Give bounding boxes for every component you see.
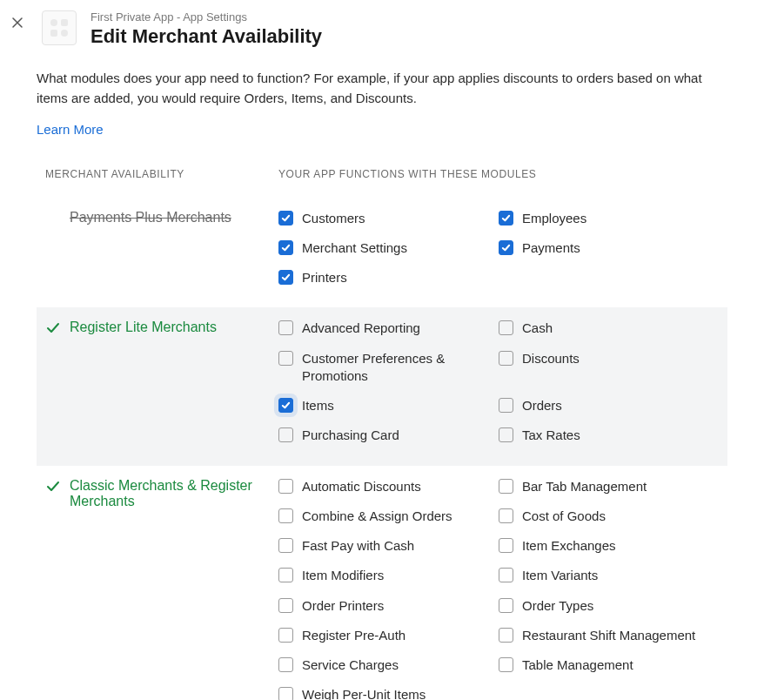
module-checkbox[interactable]	[499, 320, 513, 335]
module-item: Items	[278, 397, 499, 414]
module-label: Customers	[302, 210, 499, 227]
tier-row: Register Lite MerchantsAdvanced Reportin…	[37, 307, 727, 465]
module-label: Merchant Settings	[302, 239, 499, 257]
module-item: Service Charges	[278, 656, 499, 674]
module-label: Orders	[522, 397, 719, 414]
module-item: Purchasing Card	[278, 427, 499, 444]
module-label: Items	[302, 397, 499, 414]
module-label: Automatic Discounts	[302, 478, 499, 495]
module-checkbox[interactable]	[499, 240, 513, 255]
column-header-modules: YOUR APP FUNCTIONS WITH THESE MODULES	[278, 168, 719, 180]
module-item: Bar Tab Management	[499, 478, 719, 495]
module-checkbox[interactable]	[499, 657, 513, 672]
module-item: Printers	[278, 269, 499, 286]
module-item: Merchant Settings	[278, 239, 499, 257]
module-label: Payments	[522, 239, 719, 257]
svg-rect-1	[61, 19, 68, 26]
module-label: Item Variants	[522, 567, 719, 584]
module-label: Printers	[302, 269, 499, 286]
intro-text: What modules does your app need to funct…	[37, 69, 727, 108]
module-item: Payments	[499, 239, 719, 257]
check-icon	[45, 480, 61, 494]
module-item: Combine & Assign Orders	[278, 508, 499, 525]
module-label: Tax Rates	[522, 427, 719, 444]
module-checkbox[interactable]	[499, 598, 513, 613]
module-label: Item Modifiers	[302, 567, 499, 584]
module-checkbox[interactable]	[499, 427, 513, 442]
module-label: Weigh Per-Unit Items	[302, 686, 499, 700]
app-icon	[42, 10, 77, 45]
module-item: Customers	[278, 210, 499, 227]
module-item: Tax Rates	[499, 427, 719, 444]
learn-more-link[interactable]: Learn More	[37, 120, 727, 140]
module-item: Register Pre-Auth	[278, 627, 499, 644]
module-checkbox[interactable]	[278, 538, 293, 553]
module-label: Purchasing Card	[302, 427, 499, 444]
module-checkbox[interactable]	[499, 508, 513, 523]
module-item: Orders	[499, 397, 719, 414]
module-checkbox[interactable]	[499, 479, 513, 494]
merchant-name: Register Lite Merchants	[70, 320, 217, 335]
module-item: Cost of Goods	[499, 508, 719, 525]
module-label: Customer Preferences & Promotions	[302, 350, 499, 386]
module-item: Discounts	[499, 350, 719, 386]
module-checkbox[interactable]	[499, 538, 513, 553]
module-checkbox[interactable]	[499, 568, 513, 582]
svg-rect-2	[50, 30, 57, 37]
module-label: Table Management	[522, 656, 719, 674]
module-item: Employees	[499, 210, 719, 227]
module-label: Cost of Goods	[522, 508, 719, 525]
module-checkbox[interactable]	[278, 687, 293, 700]
module-label: Bar Tab Management	[522, 478, 719, 495]
module-item: Advanced Reporting	[278, 320, 499, 337]
module-checkbox[interactable]	[278, 211, 293, 225]
module-item: Fast Pay with Cash	[278, 537, 499, 555]
module-checkbox[interactable]	[499, 351, 513, 366]
module-checkbox[interactable]	[278, 351, 293, 366]
module-checkbox[interactable]	[499, 628, 513, 643]
module-item: Restaurant Shift Management	[499, 627, 719, 644]
module-label: Combine & Assign Orders	[302, 508, 499, 525]
module-checkbox[interactable]	[499, 398, 513, 413]
merchant-name: Payments Plus Merchants	[70, 210, 231, 225]
tier-row: Payments Plus MerchantsCustomersEmployee…	[37, 198, 727, 308]
merchant-name: Classic Merchants & Register Merchants	[70, 478, 265, 509]
module-checkbox[interactable]	[278, 270, 293, 285]
module-checkbox[interactable]	[278, 628, 293, 643]
module-item: Item Variants	[499, 567, 719, 584]
module-checkbox[interactable]	[499, 211, 513, 225]
module-item: Automatic Discounts	[278, 478, 499, 495]
module-label: Register Pre-Auth	[302, 627, 499, 644]
module-label: Item Exchanges	[522, 537, 719, 555]
module-item: Item Modifiers	[278, 567, 499, 584]
module-label: Restaurant Shift Management	[522, 627, 719, 644]
module-item: Item Exchanges	[499, 537, 719, 555]
module-label: Order Types	[522, 597, 719, 615]
module-item: Order Printers	[278, 597, 499, 615]
module-item: Cash	[499, 320, 719, 337]
module-item: Table Management	[499, 656, 719, 674]
module-label: Fast Pay with Cash	[302, 537, 499, 555]
close-icon[interactable]	[10, 16, 24, 30]
module-checkbox[interactable]	[278, 240, 293, 255]
module-checkbox[interactable]	[278, 657, 293, 672]
module-checkbox[interactable]	[278, 508, 293, 523]
module-item: Order Types	[499, 597, 719, 615]
check-icon	[45, 321, 61, 335]
module-checkbox[interactable]	[278, 320, 293, 335]
column-header-merchant: MERCHANT AVAILABILITY	[45, 168, 278, 180]
module-label: Advanced Reporting	[302, 320, 499, 337]
module-label: Cash	[522, 320, 719, 337]
module-item: Weigh Per-Unit Items	[278, 686, 499, 700]
module-label: Service Charges	[302, 656, 499, 674]
module-checkbox[interactable]	[278, 479, 293, 494]
module-checkbox[interactable]	[278, 568, 293, 582]
svg-rect-0	[50, 19, 57, 26]
module-checkbox[interactable]	[278, 598, 293, 613]
module-label: Order Printers	[302, 597, 499, 615]
svg-rect-3	[61, 30, 68, 37]
module-checkbox[interactable]	[278, 398, 293, 413]
breadcrumb: First Private App - App Settings	[90, 10, 322, 24]
page-title: Edit Merchant Availability	[90, 25, 322, 48]
module-checkbox[interactable]	[278, 427, 293, 442]
